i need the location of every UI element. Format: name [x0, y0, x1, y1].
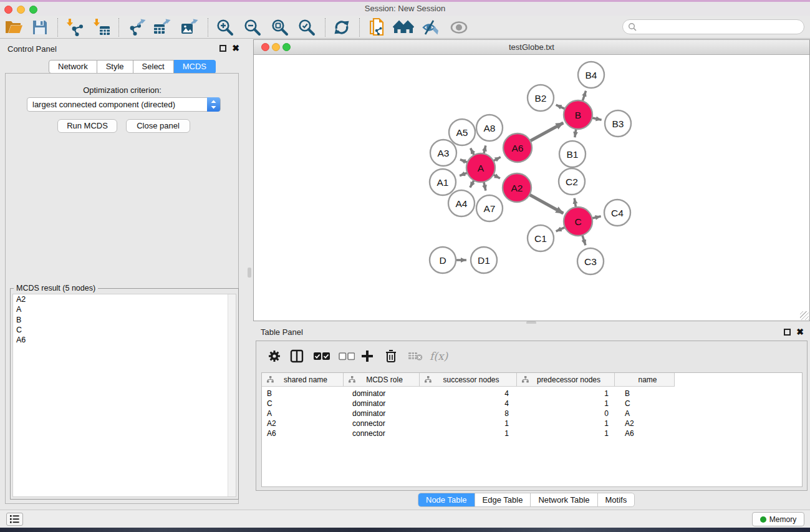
mcds-result-item[interactable]: A6: [13, 335, 236, 345]
zoom-fit-icon[interactable]: [269, 18, 291, 37]
scrollbar-track[interactable]: [228, 294, 236, 496]
mcds-result-item[interactable]: B: [13, 315, 236, 325]
close-panel-button[interactable]: Close panel: [126, 119, 190, 133]
table-panel: Table Panel ✖: [253, 324, 810, 510]
network-graph-canvas[interactable]: B4B2BB3A5A8A6B1A3AA1C2A2A4A7C4CC1C3DD1: [254, 55, 809, 321]
add-column-icon[interactable]: [361, 347, 374, 365]
graph-node-label-A6: A6: [512, 143, 524, 153]
splitter-handle[interactable]: [248, 268, 251, 278]
tab-network-table[interactable]: Network Table: [530, 493, 597, 506]
float-panel-icon[interactable]: [784, 329, 791, 336]
zoom-out-icon[interactable]: [242, 18, 263, 37]
tab-node-table[interactable]: Node Table: [418, 493, 475, 506]
window-title: Session: New Session: [0, 4, 810, 13]
graph-node-label-B: B: [575, 110, 581, 120]
main-titlebar: Session: New Session: [0, 2, 810, 16]
search-input[interactable]: [622, 19, 804, 34]
table-options-icon[interactable]: [268, 347, 281, 365]
column-header-successor-nodes[interactable]: successor nodes: [420, 373, 517, 387]
zoom-selected-icon[interactable]: [296, 18, 317, 37]
column-header-shared-name[interactable]: shared name: [262, 373, 344, 387]
toolbar-separator: [208, 18, 208, 37]
graph-node-label-A4: A4: [456, 198, 468, 209]
table-panel-title: Table Panel: [261, 327, 303, 337]
zoom-in-icon[interactable]: [215, 18, 236, 37]
show-column-icon[interactable]: [290, 347, 304, 365]
memory-label: Memory: [769, 515, 796, 524]
open-session-icon[interactable]: [3, 18, 24, 37]
graph-node-label-B3: B3: [612, 118, 624, 129]
graph-node-label-A8: A8: [484, 123, 496, 133]
mcds-result-item[interactable]: A2: [13, 294, 236, 304]
table-row[interactable]: Bdominator41B: [262, 389, 802, 399]
table-row[interactable]: Adominator80A: [262, 409, 802, 419]
memory-button[interactable]: Memory: [752, 512, 804, 526]
mcds-result-list[interactable]: A2 A B C A6: [12, 294, 236, 497]
toolbar-separator: [118, 18, 119, 37]
optimization-criterion-value: largest connected component (directed): [32, 100, 175, 109]
export-image-icon[interactable]: [178, 18, 200, 37]
new-network-from-selection-icon[interactable]: [366, 18, 387, 37]
table-row[interactable]: A2connector11A2: [262, 419, 802, 429]
toolbar-separator: [57, 18, 58, 37]
save-session-icon[interactable]: [29, 18, 51, 37]
tab-mcds[interactable]: MCDS: [174, 60, 216, 74]
graph-node-label-A5: A5: [456, 127, 468, 138]
graph-node-label-C3: C3: [584, 256, 597, 267]
graph-node-label-C1: C1: [534, 233, 547, 244]
run-mcds-button[interactable]: Run MCDS: [57, 119, 117, 133]
export-network-icon[interactable]: [126, 18, 147, 37]
table-toolbar: f(x): [256, 341, 807, 371]
hide-graphics-details-icon[interactable]: [420, 18, 441, 37]
tab-edge-table[interactable]: Edge Table: [475, 493, 531, 506]
toolbar-separator: [325, 18, 325, 37]
optimization-criterion-select[interactable]: largest connected component (directed): [27, 97, 221, 112]
mcds-result-item[interactable]: A: [13, 304, 236, 314]
node-table: shared name MCDS role successor nodes pr…: [261, 372, 803, 487]
select-all-icon[interactable]: [314, 347, 330, 365]
close-panel-icon[interactable]: ✖: [796, 329, 804, 336]
tab-motifs[interactable]: Motifs: [597, 493, 635, 506]
tab-network[interactable]: Network: [49, 60, 97, 74]
node-table-container: f(x) shared name MCDS role successor nod…: [256, 341, 808, 491]
task-history-button[interactable]: [6, 513, 23, 526]
delete-column-icon[interactable]: [385, 347, 397, 365]
desktop-background: [0, 528, 810, 532]
control-panel-title: Control Panel: [7, 44, 57, 54]
table-row[interactable]: A6connector11A6: [262, 429, 802, 439]
refresh-icon[interactable]: [331, 18, 352, 37]
graph-node-label-B1: B1: [567, 149, 579, 160]
search-icon: [628, 22, 637, 31]
graph-node-label-B4: B4: [586, 70, 597, 80]
function-builder-icon[interactable]: f(x): [430, 347, 448, 365]
import-network-icon[interactable]: [64, 18, 85, 37]
column-header-name[interactable]: name: [615, 373, 675, 387]
graph-node-label-A2: A2: [511, 183, 523, 193]
tab-select[interactable]: Select: [133, 60, 174, 74]
toolbar-separator: [359, 18, 360, 37]
close-panel-icon[interactable]: ✖: [232, 45, 239, 52]
graph-node-label-A3: A3: [438, 148, 450, 158]
deselect-all-icon[interactable]: [339, 347, 355, 365]
mcds-result-item[interactable]: C: [13, 325, 236, 335]
float-panel-icon[interactable]: [219, 45, 226, 52]
birds-eye-view-icon[interactable]: [448, 18, 470, 37]
network-view-window: testGlobe.txt B4B2BB3A5A8A6B1A3AA1C2A2A4…: [253, 39, 810, 321]
first-neighbors-icon[interactable]: [393, 18, 414, 37]
table-tabs: Node Table Edge Table Network Table Moti…: [418, 493, 635, 507]
column-header-predecessor-nodes[interactable]: predecessor nodes: [517, 373, 615, 387]
window-resize-grip[interactable]: [800, 311, 809, 320]
tab-style[interactable]: Style: [97, 60, 133, 74]
mcds-result-group: MCDS result (5 nodes) A2 A B C A6: [10, 288, 239, 500]
main-toolbar: [0, 16, 810, 39]
table-row[interactable]: Cdominator41C: [262, 399, 802, 409]
graph-node-label-B2: B2: [535, 93, 547, 104]
import-table-icon[interactable]: [91, 18, 112, 37]
optimization-criterion-label: Optimization criterion:: [0, 85, 244, 95]
column-header-mcds-role[interactable]: MCDS role: [344, 373, 420, 387]
mcds-result-title: MCDS result (5 nodes): [14, 284, 98, 293]
network-window-titlebar[interactable]: testGlobe.txt: [254, 40, 809, 55]
delete-table-icon[interactable]: [408, 347, 423, 365]
export-table-icon[interactable]: [151, 18, 172, 37]
graph-node-label-C: C: [574, 216, 581, 227]
